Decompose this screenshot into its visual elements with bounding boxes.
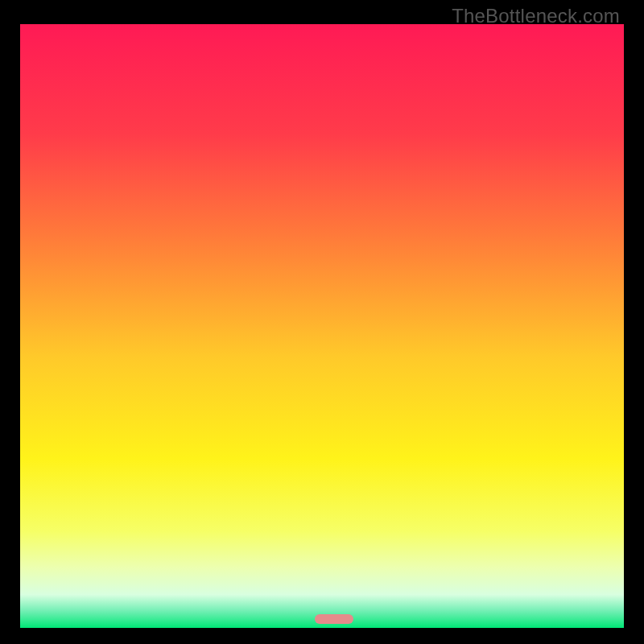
curve-layer	[20, 24, 624, 624]
left-curve	[32, 24, 322, 624]
right-curve	[346, 174, 624, 624]
plot-area	[20, 24, 624, 624]
chart-frame: TheBottleneck.com	[0, 0, 644, 644]
min-marker	[315, 614, 353, 624]
